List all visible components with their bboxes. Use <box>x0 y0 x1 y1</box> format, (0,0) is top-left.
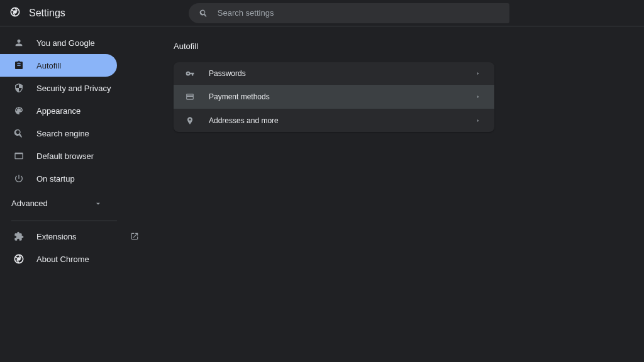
sidebar-item-about-chrome[interactable]: About Chrome <box>0 248 153 270</box>
autofill-card: Passwords Payment methods Addresses and … <box>174 62 494 132</box>
sidebar-item-you-and-google[interactable]: You and Google <box>0 31 153 54</box>
search-icon <box>199 9 209 18</box>
chevron-right-icon <box>473 118 483 124</box>
card-icon <box>185 92 195 101</box>
chevron-right-icon <box>473 70 483 77</box>
row-label: Payment methods <box>209 92 270 101</box>
search-box[interactable] <box>189 3 509 23</box>
chevron-down-icon <box>93 199 103 208</box>
sidebar-item-default-browser[interactable]: Default browser <box>0 145 153 167</box>
palette-icon <box>14 106 24 116</box>
clipboard-icon <box>14 60 24 70</box>
sidebar-item-label: Security and Privacy <box>36 84 111 93</box>
person-icon <box>14 38 24 48</box>
sidebar-divider <box>11 221 117 221</box>
browser-icon <box>14 151 24 161</box>
sidebar-item-label: Extensions <box>36 232 77 241</box>
app-title: Settings <box>29 8 65 19</box>
row-passwords[interactable]: Passwords <box>174 62 494 85</box>
sidebar-item-label: About Chrome <box>36 255 89 264</box>
sidebar-item-label: On startup <box>36 174 75 184</box>
sidebar: You and Google Autofill Security and Pri… <box>0 26 153 362</box>
power-icon <box>14 173 24 184</box>
main-content: Autofill Passwords Payment methods Addre… <box>153 26 644 362</box>
search-container <box>189 3 509 23</box>
row-label: Passwords <box>209 69 246 78</box>
topbar: Settings <box>0 0 644 26</box>
sidebar-item-label: You and Google <box>36 38 95 48</box>
row-label: Addresses and more <box>209 116 279 125</box>
extension-icon <box>14 231 24 241</box>
sidebar-item-label: Default browser <box>36 151 94 161</box>
sidebar-item-label: Search engine <box>36 129 89 138</box>
key-icon <box>185 69 195 78</box>
sidebar-item-label: Appearance <box>36 106 80 116</box>
sidebar-item-search-engine[interactable]: Search engine <box>0 122 153 145</box>
sidebar-item-extensions[interactable]: Extensions <box>0 225 153 248</box>
sidebar-item-label: Autofill <box>36 61 61 70</box>
sidebar-item-on-startup[interactable]: On startup <box>0 167 153 190</box>
shield-icon <box>14 83 24 93</box>
chevron-right-icon <box>473 94 483 100</box>
chrome-logo-icon <box>10 7 20 19</box>
advanced-label: Advanced <box>11 199 48 208</box>
open-external-icon <box>130 232 140 241</box>
chrome-logo-icon <box>14 254 24 264</box>
sidebar-advanced-toggle[interactable]: Advanced <box>0 190 117 217</box>
app-brand: Settings <box>10 7 65 19</box>
sidebar-item-appearance[interactable]: Appearance <box>0 99 153 122</box>
sidebar-item-security-privacy[interactable]: Security and Privacy <box>0 77 153 99</box>
pin-icon <box>185 116 195 125</box>
row-payment-methods[interactable]: Payment methods <box>174 85 494 109</box>
search-input[interactable] <box>218 8 499 18</box>
sidebar-item-autofill[interactable]: Autofill <box>0 54 117 77</box>
search-icon <box>14 128 24 138</box>
row-addresses[interactable]: Addresses and more <box>174 109 494 132</box>
page-title: Autofill <box>174 41 631 51</box>
